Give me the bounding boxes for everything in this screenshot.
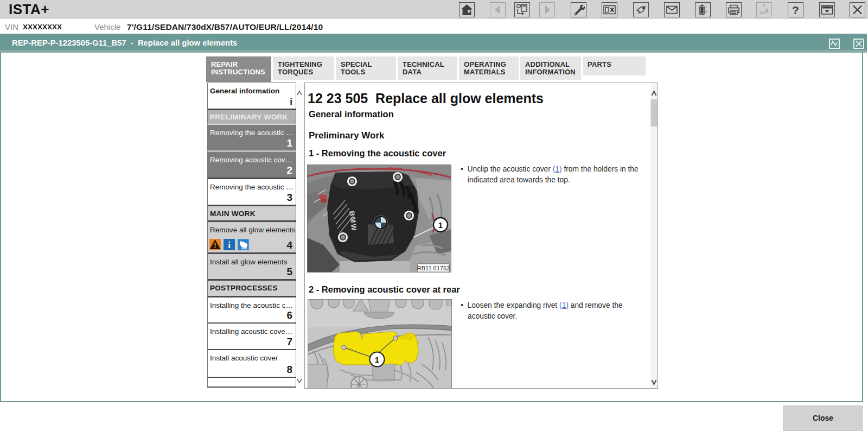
svg-text:AIR: AIR xyxy=(759,10,767,15)
svg-text:1: 1 xyxy=(375,355,379,364)
svg-text:RB11 01753: RB11 01753 xyxy=(417,265,450,271)
svg-text:?: ? xyxy=(792,4,799,16)
svg-text:1: 1 xyxy=(438,220,443,230)
svg-text:i: i xyxy=(228,240,231,250)
